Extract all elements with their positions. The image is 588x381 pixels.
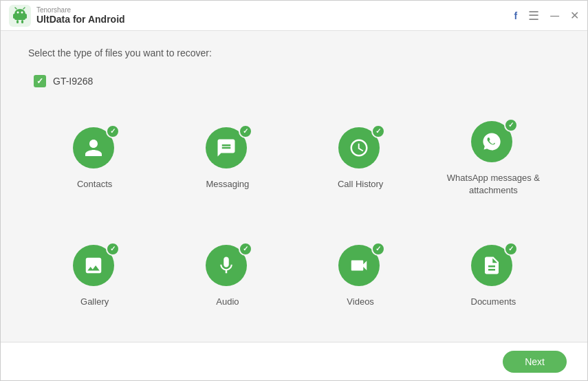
svg-rect-9 xyxy=(17,20,19,23)
gallery-check xyxy=(106,242,120,256)
svg-rect-7 xyxy=(13,14,15,19)
contacts-label: Contacts xyxy=(77,178,112,190)
app-title: UltData for Android xyxy=(36,14,125,25)
main-content: Select the type of files you want to rec… xyxy=(1,31,587,342)
contacts-check xyxy=(106,124,120,138)
messaging-label: Messaging xyxy=(206,178,249,190)
brand-label: Tenorshare xyxy=(36,6,125,14)
file-type-videos[interactable]: Videos xyxy=(294,228,427,325)
window-controls: f ☰ ─ ✕ xyxy=(514,8,579,23)
contacts-icon-wrapper xyxy=(73,127,117,171)
menu-icon[interactable]: ☰ xyxy=(528,8,539,23)
documents-icon-wrapper xyxy=(471,245,515,289)
call-history-check xyxy=(371,124,385,138)
videos-icon xyxy=(349,255,369,276)
app-title-group: Tenorshare UltData for Android xyxy=(36,6,125,25)
documents-label: Documents xyxy=(471,296,516,308)
call-history-label: Call History xyxy=(338,178,383,190)
file-type-call-history[interactable]: Call History xyxy=(294,104,427,214)
messaging-icon-wrapper xyxy=(206,127,250,171)
videos-check xyxy=(371,242,385,256)
device-name: GT-I9268 xyxy=(53,76,93,87)
audio-check xyxy=(239,242,252,256)
svg-rect-10 xyxy=(21,20,23,23)
svg-point-4 xyxy=(21,11,23,13)
file-type-messaging[interactable]: Messaging xyxy=(161,104,294,214)
app-window: Tenorshare UltData for Android f ☰ ─ ✕ S… xyxy=(0,0,588,381)
call-history-icon-wrapper xyxy=(338,127,382,171)
audio-icon-wrapper xyxy=(206,245,250,289)
messaging-icon xyxy=(216,138,237,158)
whatsapp-check xyxy=(504,118,518,132)
file-type-gallery[interactable]: Gallery xyxy=(28,228,161,325)
next-button[interactable]: Next xyxy=(503,351,567,373)
file-type-grid: Contacts Messaging xyxy=(28,104,560,325)
videos-icon-wrapper xyxy=(338,245,382,289)
device-row: GT-I9268 xyxy=(28,75,560,87)
file-type-documents[interactable]: Documents xyxy=(427,228,560,325)
bottom-bar: Next xyxy=(1,342,587,380)
svg-point-3 xyxy=(17,11,19,13)
minimize-icon[interactable]: ─ xyxy=(550,10,559,22)
gallery-icon xyxy=(83,255,104,276)
documents-icon xyxy=(481,255,502,276)
videos-label: Videos xyxy=(347,296,374,308)
svg-rect-8 xyxy=(25,14,27,19)
facebook-icon[interactable]: f xyxy=(514,10,518,21)
contacts-icon xyxy=(83,138,104,158)
titlebar: Tenorshare UltData for Android f ☰ ─ ✕ xyxy=(1,1,587,31)
close-icon[interactable]: ✕ xyxy=(570,9,579,22)
gallery-icon-wrapper xyxy=(73,245,117,289)
whatsapp-icon xyxy=(481,131,502,152)
file-type-contacts[interactable]: Contacts xyxy=(28,104,161,214)
app-icon xyxy=(9,5,31,27)
audio-label: Audio xyxy=(216,296,239,308)
whatsapp-label: WhatsApp messages &attachments xyxy=(447,172,540,197)
whatsapp-icon-wrapper xyxy=(471,121,515,165)
page-subtitle: Select the type of files you want to rec… xyxy=(28,47,560,58)
file-type-whatsapp[interactable]: WhatsApp messages &attachments xyxy=(427,104,560,214)
svg-rect-2 xyxy=(14,13,25,20)
device-checkbox[interactable] xyxy=(34,75,46,87)
app-logo: Tenorshare UltData for Android xyxy=(9,5,514,27)
audio-icon xyxy=(216,255,237,276)
call-history-icon xyxy=(349,138,369,158)
gallery-label: Gallery xyxy=(80,296,109,308)
file-type-audio[interactable]: Audio xyxy=(161,228,294,325)
messaging-check xyxy=(239,124,252,138)
documents-check xyxy=(504,242,518,256)
